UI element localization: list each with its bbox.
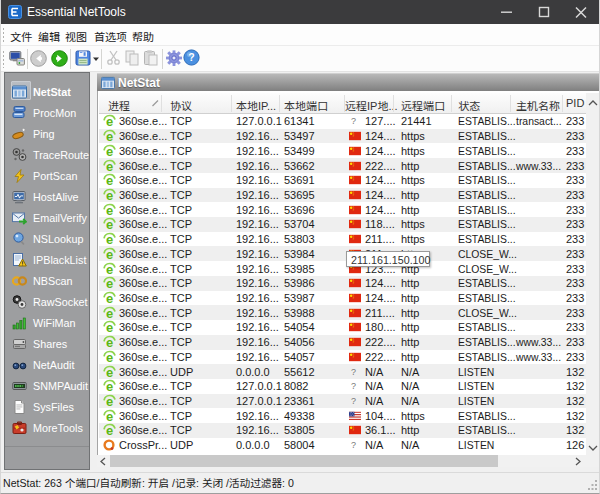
svg-text:?: ? — [188, 51, 194, 63]
